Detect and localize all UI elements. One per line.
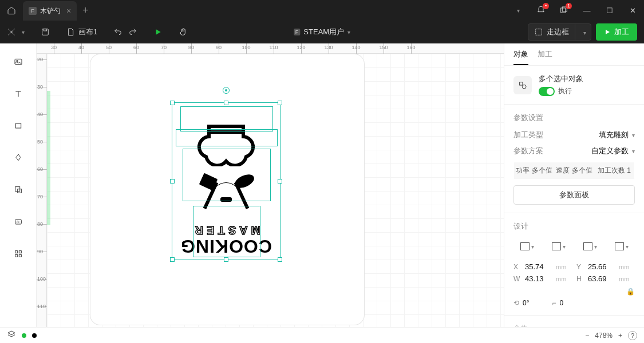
param-summary: 功率 多个值 速度 多个值 加工次数 1: [513, 162, 635, 180]
h-input[interactable]: [588, 274, 614, 283]
lock-aspect-button[interactable]: 🔒: [626, 288, 635, 296]
main-toolbar: ▾ 画布1 F STEAM用户 ▾ 走边框 ▾ 加工: [0, 21, 644, 43]
play-icon: [604, 29, 611, 35]
process-type-select[interactable]: 填充雕刻▾: [599, 130, 635, 140]
apps-tool[interactable]: [10, 246, 26, 262]
svg-rect-13: [19, 251, 21, 253]
param-scheme-select[interactable]: 自定义参数▾: [591, 146, 635, 156]
hand-icon: [179, 27, 188, 37]
notification-button[interactable]: •: [530, 0, 552, 21]
frame-icon: [534, 27, 543, 37]
logo-dropdown[interactable]: ▾: [22, 29, 25, 35]
new-tab-button[interactable]: +: [77, 5, 94, 17]
svg-rect-0: [561, 8, 566, 13]
shape-tool[interactable]: [10, 118, 26, 134]
process-button[interactable]: 加工: [596, 23, 637, 41]
selection-box[interactable]: [172, 102, 280, 260]
window-badge: 1: [566, 3, 572, 9]
rotation-field[interactable]: ⟲ 0°: [513, 299, 529, 307]
dropdown-button[interactable]: ▾: [507, 0, 530, 21]
device-selector[interactable]: F STEAM用户 ▾: [294, 27, 350, 37]
image-icon: [14, 57, 23, 66]
svg-rect-3: [44, 29, 46, 31]
zoom-out-button[interactable]: −: [585, 332, 589, 340]
play-button[interactable]: [153, 27, 163, 37]
svg-rect-15: [19, 254, 21, 257]
text-icon: [14, 89, 23, 98]
align-center-button[interactable]: ▾: [576, 238, 603, 254]
zoom-in-button[interactable]: +: [618, 332, 622, 340]
process-type-label: 加工类型: [513, 130, 543, 140]
save-button[interactable]: [41, 27, 50, 37]
process-label: 加工: [614, 27, 629, 37]
y-input[interactable]: [588, 262, 614, 271]
undo-button[interactable]: [113, 27, 123, 37]
handle-mr[interactable]: [278, 179, 282, 184]
close-window-button[interactable]: ✕: [621, 0, 644, 21]
document-tab[interactable]: F 木铲勺 ×: [23, 1, 77, 21]
svg-rect-9: [17, 189, 21, 193]
tab-process[interactable]: 加工: [538, 49, 552, 65]
svg-rect-22: [520, 82, 523, 85]
inner-selection: [183, 149, 271, 201]
status-dot-green: [22, 333, 26, 338]
svg-rect-12: [15, 251, 17, 253]
w-input[interactable]: [525, 274, 551, 283]
guide-vertical: [47, 91, 50, 225]
svg-point-23: [522, 85, 526, 89]
rotation-handle[interactable]: [223, 87, 230, 94]
multi-window-button[interactable]: 1: [552, 0, 575, 21]
align-left-button[interactable]: ▾: [545, 238, 572, 254]
save-icon: [41, 27, 50, 37]
boolean-tool[interactable]: [10, 182, 26, 198]
home-button[interactable]: [0, 0, 23, 21]
grid-icon: [14, 249, 23, 258]
pan-button[interactable]: [179, 27, 188, 37]
layers-icon: [7, 330, 16, 339]
maximize-button[interactable]: ☐: [598, 0, 621, 21]
redo-button[interactable]: [128, 27, 137, 37]
handle-tl[interactable]: [170, 101, 175, 105]
execute-toggle[interactable]: [539, 87, 555, 96]
left-toolbar: AI: [0, 43, 37, 327]
tab-close-button[interactable]: ×: [66, 6, 71, 15]
status-dot-black: [32, 333, 37, 338]
flip-button[interactable]: ▾: [608, 238, 635, 254]
image-tool[interactable]: [10, 54, 26, 70]
minimize-button[interactable]: —: [575, 0, 598, 21]
svg-rect-14: [15, 254, 17, 257]
pen-tool[interactable]: [10, 150, 26, 166]
param-scheme-label: 参数方案: [513, 146, 543, 156]
w-label: W: [513, 275, 520, 283]
inner-selection: [193, 206, 260, 257]
help-button[interactable]: ?: [628, 331, 637, 340]
ai-tool[interactable]: AI: [10, 214, 26, 230]
canvas-selector[interactable]: 画布1: [66, 27, 97, 37]
x-input[interactable]: [525, 262, 551, 271]
handle-bm[interactable]: [224, 257, 228, 262]
handle-ml[interactable]: [170, 179, 175, 184]
corner-field[interactable]: ⌐ 0: [552, 299, 563, 307]
x-label: X: [513, 263, 520, 271]
align-distribute-button[interactable]: ▾: [513, 238, 540, 254]
boolean-icon: [14, 185, 23, 194]
canvas-area[interactable]: COOKING MASTER: [47, 54, 504, 327]
handle-tm[interactable]: [224, 101, 228, 105]
tab-object[interactable]: 对象: [513, 49, 528, 65]
text-tool[interactable]: [10, 86, 26, 102]
handle-bl[interactable]: [170, 257, 175, 262]
param-panel-button[interactable]: 参数面板: [513, 185, 635, 205]
doc-icon: F: [29, 7, 37, 15]
pen-icon: [14, 153, 23, 162]
device-icon: F: [294, 29, 301, 35]
frame-dropdown[interactable]: ▾: [579, 25, 591, 39]
inner-selection: [176, 129, 278, 146]
frame-button[interactable]: 走边框 ▾: [528, 23, 591, 41]
handle-br[interactable]: [278, 257, 282, 262]
h-label: H: [576, 275, 583, 283]
layers-button[interactable]: [7, 330, 16, 341]
ruler-horizontal: 30405060708090100110120130140150160: [37, 43, 504, 54]
handle-tr[interactable]: [278, 101, 282, 105]
svg-rect-4: [536, 29, 542, 35]
logo-icon-button[interactable]: [7, 27, 16, 37]
